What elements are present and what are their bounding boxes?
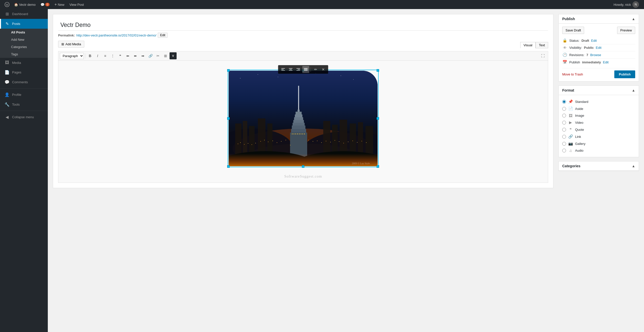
format-radio-audio[interactable] <box>562 149 566 152</box>
resize-handle-br[interactable] <box>377 165 379 168</box>
add-media-button[interactable]: ⊞ Add Media <box>58 41 84 48</box>
img-align-right-btn[interactable] <box>295 66 302 73</box>
format-option-standard[interactable]: 📌 Standard <box>562 98 635 105</box>
image-selection-box: 2009 © Lay Style <box>228 70 379 167</box>
save-draft-button[interactable]: Save Draft <box>562 27 584 34</box>
tab-text[interactable]: Text <box>536 42 548 48</box>
publish-actions: Save Draft Preview <box>562 27 635 34</box>
toolbar-ul[interactable]: ≡ <box>102 52 109 59</box>
toolbar-align-left[interactable]: ⬅ <box>124 52 131 59</box>
adminbar-site-name[interactable]: 🏠 Vectr demo <box>12 0 38 9</box>
format-option-gallery[interactable]: 📷 Gallery <box>562 140 635 147</box>
sidebar-item-media[interactable]: 🖼 Media <box>0 58 48 67</box>
resize-handle-bl[interactable] <box>227 165 230 168</box>
preview-button[interactable]: Preview <box>617 27 635 34</box>
toolbar-align-right[interactable]: ➡ <box>139 52 146 59</box>
format-option-image[interactable]: 🖼 Image <box>562 112 635 119</box>
format-radio-gallery[interactable] <box>562 142 566 146</box>
publish-revisions-label: Revisions: <box>569 53 584 57</box>
adminbar-comments[interactable]: 💬 0 <box>38 0 52 9</box>
publish-status-edit[interactable]: Edit <box>591 39 597 43</box>
format-radio-image[interactable] <box>562 114 566 117</box>
publish-revisions-browse[interactable]: Browse <box>590 53 601 57</box>
publish-panel-title: Publish <box>562 17 575 21</box>
svg-rect-39 <box>295 114 302 117</box>
resize-handle-rm[interactable] <box>377 117 379 120</box>
permalink-edit-button[interactable]: Edit <box>158 33 168 38</box>
visibility-icon: 👁 <box>562 46 567 50</box>
publish-time-edit[interactable]: Edit <box>603 60 609 64</box>
paragraph-select[interactable]: Paragraph <box>60 53 84 59</box>
publish-time-row: 📅 Publish immediately Edit <box>562 59 635 66</box>
format-option-link[interactable]: 🔗 Link <box>562 133 635 140</box>
resize-handle-tr[interactable] <box>377 69 379 72</box>
sidebar-item-pages[interactable]: 📄 Pages <box>0 67 48 77</box>
svg-rect-10 <box>297 70 300 71</box>
img-align-center-btn[interactable] <box>287 66 294 73</box>
move-to-trash-link[interactable]: Move to Trash <box>562 72 583 76</box>
format-radio-aside[interactable] <box>562 107 566 111</box>
post-title-input[interactable] <box>58 19 548 31</box>
sidebar-sub-add-new[interactable]: Add New <box>0 36 48 43</box>
img-toolbar-sep <box>311 67 311 72</box>
permalink-url[interactable]: http://dev-vectr.pantheonsite.io/2017/02… <box>76 33 156 37</box>
editor-content-area[interactable]: ✏ ✕ <box>58 60 548 183</box>
status-icon: 🔒 <box>562 38 567 43</box>
format-icon-gallery: 📷 <box>568 141 573 146</box>
format-radio-link[interactable] <box>562 135 566 139</box>
sidebar-item-comments[interactable]: 💬 Comments <box>0 77 48 87</box>
add-media-icon: ⊞ <box>61 42 64 46</box>
image-toolbar-row: ✏ ✕ <box>58 61 548 65</box>
format-option-aside[interactable]: 📄 Aside <box>562 105 635 112</box>
toolbar-link[interactable]: 🔗 <box>147 52 154 59</box>
toolbar-bold[interactable]: B <box>87 52 94 59</box>
img-align-full-btn[interactable] <box>302 66 309 73</box>
publish-revisions-row: 🕐 Revisions: 7 Browse <box>562 51 635 59</box>
resize-handle-bm[interactable] <box>302 165 304 168</box>
categories-panel-toggle[interactable]: ▲ <box>632 164 635 168</box>
img-align-left-btn[interactable] <box>280 66 287 73</box>
toolbar-more[interactable]: ✂ <box>154 52 162 59</box>
toolbar-italic[interactable]: I <box>94 52 101 59</box>
wp-logo[interactable]: W <box>3 0 12 9</box>
adminbar-new[interactable]: + New <box>52 0 67 9</box>
toolbar-ol[interactable]: ⋮ <box>109 52 116 59</box>
sidebar: ⊞ Dashboard ✎ Posts All Posts Add New Ca… <box>0 9 48 332</box>
publish-visibility-edit[interactable]: Edit <box>596 46 601 50</box>
toolbar-blockquote[interactable]: ❝ <box>117 52 124 59</box>
publish-panel-toggle[interactable]: ▲ <box>632 17 635 21</box>
toolbar-fullscreen[interactable]: ⛶ <box>539 52 546 59</box>
svg-rect-53 <box>304 134 305 134</box>
toolbar-table[interactable]: ⊞ <box>162 52 169 59</box>
format-radio-quote[interactable] <box>562 128 566 132</box>
sidebar-sub-categories[interactable]: Categories <box>0 43 48 51</box>
format-panel-toggle[interactable]: ▲ <box>632 88 635 92</box>
adminbar-howdy[interactable]: Howdy, nick N <box>611 1 641 8</box>
sidebar-collapse[interactable]: ◀ Collapse menu <box>0 112 48 122</box>
format-radio-video[interactable] <box>562 121 566 124</box>
media-icon: 🖼 <box>5 60 10 65</box>
sidebar-sub-tags[interactable]: Tags <box>0 51 48 58</box>
sidebar-item-tools[interactable]: 🔧 Tools <box>0 100 48 109</box>
format-radio-standard[interactable] <box>562 100 566 104</box>
img-remove-btn[interactable]: ✕ <box>320 66 327 73</box>
format-label-standard: Standard <box>575 100 588 104</box>
resize-handle-tl[interactable] <box>227 69 230 72</box>
toolbar-align-center[interactable]: ⬌ <box>132 52 139 59</box>
sidebar-item-profile[interactable]: 👤 Profile <box>0 90 48 100</box>
adminbar-view-post[interactable]: View Post <box>67 0 87 9</box>
city-image: 2009 © Lay Style <box>229 71 378 166</box>
sidebar-item-posts[interactable]: ✎ Posts <box>0 19 48 29</box>
img-edit-btn[interactable]: ✏ <box>312 66 319 73</box>
tab-visual[interactable]: Visual <box>520 42 536 48</box>
format-option-audio[interactable]: ♫ Audio <box>562 147 635 154</box>
svg-rect-73 <box>330 142 331 142</box>
publish-button[interactable]: Publish <box>614 70 635 78</box>
format-option-quote[interactable]: ❝ Quote <box>562 126 635 133</box>
sidebar-item-dashboard[interactable]: ⊞ Dashboard <box>0 9 48 19</box>
format-option-video[interactable]: ▶ Video <box>562 119 635 126</box>
resize-handle-lm[interactable] <box>227 117 230 120</box>
sidebar-sub-all-posts[interactable]: All Posts <box>0 29 48 36</box>
toolbar-vectr[interactable]: V <box>170 52 177 59</box>
posts-icon: ✎ <box>5 21 10 26</box>
